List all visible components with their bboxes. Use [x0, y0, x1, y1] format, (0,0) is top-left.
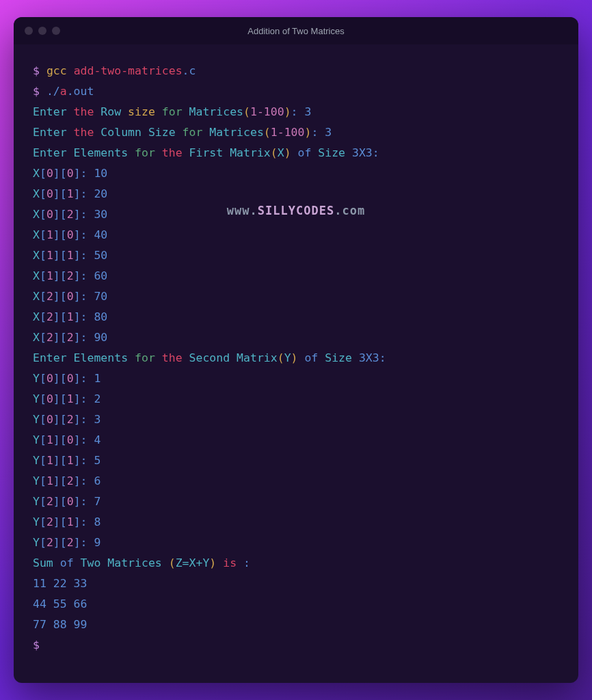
result-row: 44 55 66 [33, 594, 559, 615]
result-row: 11 22 33 [33, 574, 559, 594]
matrix-input-line: Y[0][0]: 1 [33, 368, 559, 389]
maximize-button[interactable] [52, 27, 60, 35]
x-inputs: X[0][0]: 10X[0][1]: 20X[0][2]: 30X[1][0]… [33, 163, 559, 348]
y-inputs: Y[0][0]: 1Y[0][1]: 2Y[0][2]: 3Y[1][0]: 4… [33, 368, 559, 553]
matrix-input-line: X[1][1]: 50 [33, 245, 559, 266]
matrix-input-line: Y[0][1]: 2 [33, 389, 559, 409]
cmd-compile: $ gcc add-two-matrices.c [33, 61, 559, 81]
terminal-window: Addition of Two Matrices www.SILLYCODES.… [14, 17, 578, 683]
matrix-input-line: Y[1][0]: 4 [33, 430, 559, 450]
matrix-input-line: Y[1][2]: 6 [33, 471, 559, 492]
matrix-input-line: X[1][0]: 40 [33, 225, 559, 245]
matrix-input-line: Y[2][2]: 9 [33, 533, 559, 553]
matrix-input-line: Y[2][1]: 8 [33, 512, 559, 533]
result-row: 77 88 99 [33, 615, 559, 635]
matrix-input-line: Y[1][1]: 5 [33, 450, 559, 471]
matrix-input-line: X[2][1]: 80 [33, 307, 559, 327]
matrix-input-line: X[2][0]: 70 [33, 286, 559, 307]
traffic-lights [25, 27, 60, 35]
window-title: Addition of Two Matrices [247, 26, 344, 36]
matrix-input-line: X[2][2]: 90 [33, 327, 559, 348]
minimize-button[interactable] [38, 27, 46, 35]
prompt-col: Enter the Column Size for Matrices(1-100… [33, 122, 559, 143]
final-prompt: $ [33, 635, 559, 656]
matrix-input-line: Y[2][0]: 7 [33, 492, 559, 512]
matrix-input-line: X[1][2]: 60 [33, 266, 559, 286]
matrix-input-line: Y[0][2]: 3 [33, 409, 559, 430]
watermark: www.SILLYCODES.com [227, 200, 365, 221]
prompt-second-matrix: Enter Elements for the Second Matrix(Y) … [33, 348, 559, 368]
matrix-input-line: X[0][0]: 10 [33, 163, 559, 184]
cmd-run: $ ./a.out [33, 81, 559, 102]
titlebar: Addition of Two Matrices [14, 17, 578, 44]
prompt-first-matrix: Enter Elements for the First Matrix(X) o… [33, 143, 559, 163]
terminal-content[interactable]: www.SILLYCODES.com $ gcc add-two-matrice… [14, 44, 578, 683]
sum-header: Sum of Two Matrices (Z=X+Y) is : [33, 553, 559, 574]
close-button[interactable] [25, 27, 33, 35]
prompt-row: Enter the Row size for Matrices(1-100): … [33, 102, 559, 122]
result: 11 22 3344 55 6677 88 99 [33, 574, 559, 635]
